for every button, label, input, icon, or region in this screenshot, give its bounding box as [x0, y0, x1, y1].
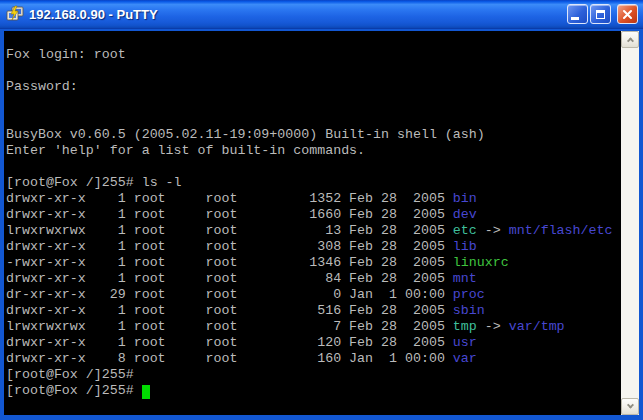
terminal-row: Fox login: root	[6, 47, 621, 63]
terminal-row: drwxr-xr-x 1 root root 308 Feb 28 2005 l…	[6, 239, 621, 255]
terminal-row	[6, 111, 621, 127]
terminal-row: [root@Fox /]255# ls -l	[6, 175, 621, 191]
chevron-up-icon	[626, 37, 633, 44]
maximize-button[interactable]	[590, 4, 611, 24]
terminal-row: drwxr-xr-x 1 root root 1660 Feb 28 2005 …	[6, 207, 621, 223]
window-body: Fox login: rootPassword:BusyBox v0.60.5 …	[4, 31, 639, 415]
terminal-row: BusyBox v0.60.5 (2005.02.11-19:09+0000) …	[6, 127, 621, 143]
terminal-row	[6, 63, 621, 79]
window-title: 192.168.0.90 - PuTTY	[29, 7, 567, 22]
terminal-row	[6, 31, 621, 47]
terminal-row: -rwxr-xr-x 1 root root 1346 Feb 28 2005 …	[6, 255, 621, 271]
scroll-down-button[interactable]	[621, 398, 639, 415]
terminal-row: drwxr-xr-x 1 root root 516 Feb 28 2005 s…	[6, 303, 621, 319]
terminal-row	[6, 399, 621, 415]
terminal-row: drwxr-xr-x 1 root root 120 Feb 28 2005 u…	[6, 335, 621, 351]
minimize-button[interactable]	[567, 4, 588, 24]
terminal-row: [root@Fox /]255#	[6, 383, 621, 399]
scrollbar[interactable]	[621, 31, 639, 415]
terminal-row: drwxr-xr-x 1 root root 1352 Feb 28 2005 …	[6, 191, 621, 207]
terminal-row: Password:	[6, 79, 621, 95]
terminal-row: drwxr-xr-x 1 root root 84 Feb 28 2005 mn…	[6, 271, 621, 287]
putty-window: 192.168.0.90 - PuTTY Fox login: rootPass…	[0, 0, 643, 420]
terminal-row	[6, 95, 621, 111]
terminal-row: lrwxrwxrwx 1 root root 7 Feb 28 2005 tmp…	[6, 319, 621, 335]
terminal-row: dr-xr-xr-x 29 root root 0 Jan 1 00:00 pr…	[6, 287, 621, 303]
terminal-screen[interactable]: Fox login: rootPassword:BusyBox v0.60.5 …	[4, 31, 621, 415]
titlebar[interactable]: 192.168.0.90 - PuTTY	[0, 0, 643, 29]
terminal-row: [root@Fox /]255#	[6, 367, 621, 383]
terminal-row: drwxr-xr-x 8 root root 160 Jan 1 00:00 v…	[6, 351, 621, 367]
titlebar-buttons	[567, 4, 638, 24]
terminal-row: Enter 'help' for a list of built-in comm…	[6, 143, 621, 159]
putty-terminals-icon	[6, 5, 24, 23]
scroll-up-button[interactable]	[621, 31, 639, 48]
terminal-row: lrwxrwxrwx 1 root root 13 Feb 28 2005 et…	[6, 223, 621, 239]
terminal-row	[6, 159, 621, 175]
chevron-down-icon	[626, 402, 633, 409]
close-button[interactable]	[617, 4, 638, 24]
terminal-cursor	[142, 385, 150, 399]
close-icon	[622, 9, 633, 20]
minimize-icon	[571, 17, 579, 20]
maximize-icon	[596, 10, 605, 19]
scrollbar-track[interactable]	[621, 48, 639, 398]
